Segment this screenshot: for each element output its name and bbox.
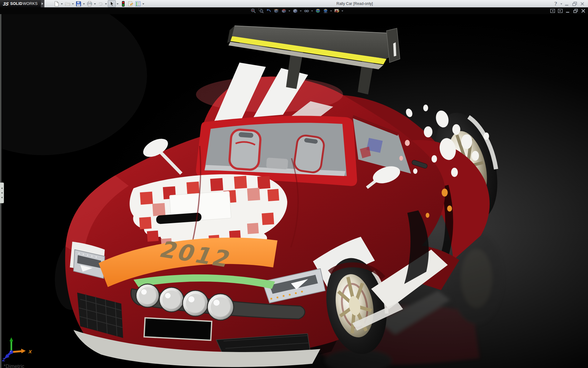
hide-show-items-button[interactable] bbox=[303, 8, 310, 14]
open-button bbox=[64, 1, 71, 7]
hide-show-items-dropdown[interactable] bbox=[310, 8, 314, 14]
chevron-down-icon bbox=[83, 3, 85, 6]
open-icon bbox=[65, 1, 70, 7]
options-dropdown[interactable] bbox=[141, 1, 145, 7]
close-doc-button[interactable] bbox=[579, 8, 587, 14]
view-orientation-icon bbox=[281, 8, 287, 13]
document-window-controls bbox=[549, 7, 587, 14]
minimize-app-icon bbox=[564, 1, 570, 7]
heads-up-view-toolbar bbox=[249, 7, 344, 14]
edit-appearance-dropdown[interactable] bbox=[341, 8, 344, 14]
undo-dropdown[interactable] bbox=[104, 1, 108, 7]
apply-scene-button[interactable] bbox=[314, 8, 322, 14]
graphics-viewport[interactable]: 2012 bbox=[0, 14, 588, 368]
help-dropdown[interactable] bbox=[560, 1, 563, 7]
select-dropdown[interactable] bbox=[116, 1, 119, 7]
design-binder-button[interactable] bbox=[127, 1, 134, 7]
interference-check-icon bbox=[120, 1, 126, 7]
pane-left-icon bbox=[550, 8, 556, 14]
license-plate bbox=[144, 318, 212, 340]
previous-view-button[interactable] bbox=[265, 8, 272, 14]
zoom-to-area-icon bbox=[258, 8, 264, 13]
standard-toolbar bbox=[53, 0, 145, 7]
select-button[interactable] bbox=[108, 0, 116, 7]
design-binder-icon bbox=[128, 1, 134, 7]
close-app-icon bbox=[579, 1, 585, 7]
minimize-doc-button[interactable] bbox=[564, 8, 571, 14]
new-document-button[interactable] bbox=[53, 1, 60, 7]
triad-x-label: X bbox=[28, 349, 32, 354]
print-button[interactable] bbox=[86, 1, 93, 7]
section-view-button[interactable] bbox=[272, 8, 280, 14]
help-icon: ? bbox=[553, 1, 559, 7]
undo-icon bbox=[98, 1, 104, 7]
minimize-doc-icon bbox=[565, 8, 571, 14]
solidworks-logo-text: SOLID bbox=[10, 2, 22, 6]
solidworks-window: 3S SOLID WORKS Rally Car [Read-only] ? bbox=[0, 0, 588, 368]
save-dropdown[interactable] bbox=[82, 1, 86, 7]
new-document-dropdown[interactable] bbox=[60, 1, 64, 7]
svg-text:?: ? bbox=[554, 1, 557, 7]
select-icon bbox=[109, 1, 115, 7]
feature-pane-expand-handle[interactable] bbox=[0, 182, 4, 203]
zoom-to-fit-button[interactable] bbox=[249, 8, 257, 14]
edit-appearance-icon bbox=[334, 8, 340, 13]
chevron-left-icon bbox=[0, 192, 2, 194]
chevron-down-icon bbox=[311, 10, 313, 13]
chevron-down-icon bbox=[142, 3, 144, 6]
chevron-down-icon bbox=[341, 10, 343, 13]
zoom-to-fit-icon bbox=[251, 8, 256, 13]
restore-doc-button[interactable] bbox=[572, 8, 579, 14]
options-icon bbox=[135, 1, 141, 7]
help-button[interactable]: ? bbox=[552, 0, 560, 7]
hide-show-items-icon bbox=[304, 8, 309, 13]
chevron-down-icon bbox=[94, 3, 96, 6]
print-dropdown[interactable] bbox=[93, 1, 97, 7]
chevron-down-icon bbox=[300, 10, 302, 13]
restore-app-button[interactable] bbox=[571, 0, 579, 7]
minimize-app-button[interactable] bbox=[563, 0, 571, 7]
view-settings-icon bbox=[323, 8, 328, 13]
app-window-controls: ? bbox=[552, 0, 586, 7]
close-doc-icon bbox=[580, 8, 586, 14]
new-document-icon bbox=[54, 1, 59, 7]
solidworks-logo: 3S SOLID WORKS bbox=[0, 0, 41, 7]
pane-left-button[interactable] bbox=[549, 8, 556, 14]
interference-check-button[interactable] bbox=[119, 1, 127, 7]
chevron-down-icon bbox=[560, 3, 562, 6]
orientation-triad: X Z bbox=[1, 336, 38, 364]
chevron-down-icon bbox=[288, 10, 290, 13]
restore-doc-icon bbox=[573, 8, 579, 14]
view-settings-button[interactable] bbox=[322, 8, 329, 14]
chevron-down-icon bbox=[72, 3, 74, 6]
apply-scene-icon bbox=[315, 8, 321, 13]
zoom-to-area-button[interactable] bbox=[257, 8, 265, 14]
close-app-button[interactable] bbox=[579, 0, 586, 7]
view-orientation-button[interactable] bbox=[280, 8, 288, 14]
save-button[interactable] bbox=[75, 1, 82, 7]
view-orientation-label: *Dimetric bbox=[4, 364, 24, 368]
menu-expand-arrow[interactable] bbox=[41, 0, 44, 7]
document-title: Rally Car [Read-only] bbox=[337, 2, 373, 6]
restore-app-icon bbox=[572, 1, 578, 7]
titlebar: 3S SOLID WORKS Rally Car [Read-only] ? bbox=[0, 0, 588, 8]
pane-right-button[interactable] bbox=[556, 8, 564, 14]
chevron-left-icon bbox=[0, 197, 2, 198]
dassault-3ds-logo-icon: 3S bbox=[3, 1, 9, 6]
chevron-down-icon bbox=[117, 3, 119, 6]
rally-car-render: 2012 bbox=[0, 14, 588, 368]
previous-view-icon bbox=[266, 8, 271, 13]
display-style-button[interactable] bbox=[291, 8, 299, 14]
display-style-icon bbox=[292, 8, 298, 13]
chevron-down-icon bbox=[61, 3, 63, 6]
chevron-left-icon bbox=[0, 187, 2, 189]
options-button[interactable] bbox=[134, 1, 141, 7]
pane-right-icon bbox=[557, 8, 563, 14]
undo-button bbox=[97, 1, 104, 7]
view-orientation-dropdown[interactable] bbox=[288, 8, 291, 14]
edit-appearance-button[interactable] bbox=[333, 8, 341, 14]
open-dropdown[interactable] bbox=[71, 1, 75, 7]
view-settings-dropdown[interactable] bbox=[329, 8, 333, 14]
print-icon bbox=[87, 1, 92, 7]
display-style-dropdown[interactable] bbox=[299, 8, 303, 14]
